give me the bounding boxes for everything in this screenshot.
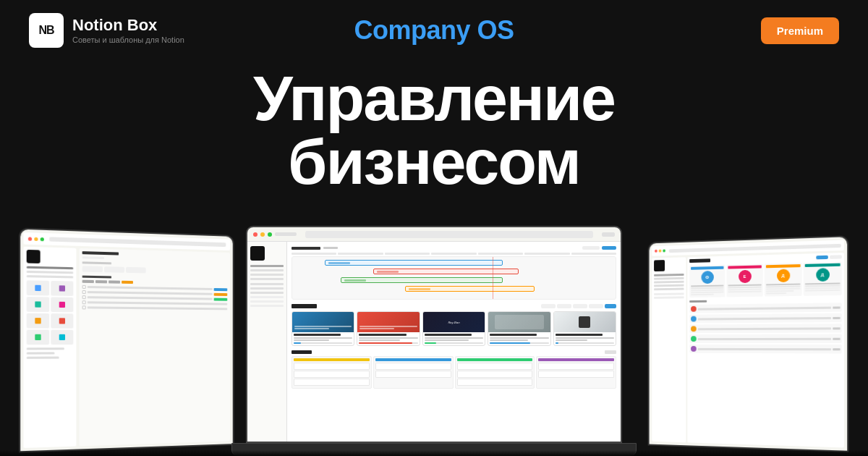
maximize-icon — [268, 232, 272, 237]
filter-chip[interactable] — [573, 304, 587, 308]
pipeline-card[interactable] — [538, 371, 614, 378]
sidebar-nav-item[interactable] — [250, 300, 284, 303]
sidebar-item[interactable] — [654, 284, 684, 287]
pipeline-card[interactable] — [294, 371, 370, 378]
nav-item-reports[interactable] — [51, 330, 73, 345]
nav-item-team[interactable] — [51, 297, 73, 313]
nav-item-projects[interactable] — [27, 297, 50, 312]
pipeline-card[interactable] — [375, 371, 451, 378]
task-checkbox[interactable] — [82, 305, 86, 309]
nav-item-expenses[interactable] — [51, 313, 73, 329]
pipeline-col-header — [538, 358, 614, 361]
breadcrumb-pill — [275, 232, 297, 236]
sidebar-nav-item[interactable] — [250, 296, 284, 298]
list-item[interactable] — [689, 303, 842, 313]
today-btn[interactable] — [602, 246, 616, 250]
header: NB Notion Box Советы и шаблоны для Notio… — [0, 0, 868, 61]
pipeline-card[interactable] — [375, 363, 451, 370]
nav-item-deals[interactable] — [27, 330, 50, 345]
laptop-content — [247, 242, 621, 442]
filter-btn[interactable] — [830, 255, 842, 259]
month-labels — [292, 253, 616, 255]
task-item — [691, 292, 723, 294]
pipeline-col-working — [536, 356, 616, 389]
pipeline-col-header — [457, 358, 533, 361]
nav-item-tasks[interactable] — [51, 281, 73, 296]
clients-view-toggle — [605, 350, 616, 354]
project-name — [425, 334, 472, 336]
logo-icon: NB — [29, 13, 64, 48]
sidebar-item[interactable] — [654, 281, 684, 284]
month-label — [571, 253, 616, 255]
project-card-rayban[interactable] — [422, 311, 485, 346]
project-card-clothes[interactable] — [357, 311, 420, 346]
url-bar[interactable] — [305, 231, 593, 238]
sidebar-item[interactable] — [654, 296, 684, 299]
list-item[interactable] — [689, 345, 842, 353]
schedule-list — [689, 303, 842, 353]
filter-chip[interactable] — [557, 304, 571, 308]
task-checkbox[interactable] — [82, 290, 86, 294]
app-logo — [250, 246, 265, 261]
task-checkbox[interactable] — [82, 300, 86, 304]
thumb-line — [359, 328, 394, 329]
sidebar-nav-item[interactable] — [250, 292, 284, 294]
timeline-title-area — [292, 247, 338, 250]
sidebar-item[interactable] — [654, 274, 684, 276]
sidebar-nav-item[interactable] — [250, 265, 284, 267]
nav-item-dashboard[interactable] — [27, 280, 50, 295]
list-item[interactable] — [689, 313, 842, 324]
sidebar-item[interactable] — [654, 277, 684, 280]
month-label — [385, 253, 430, 255]
sidebar-nav-item[interactable] — [250, 274, 284, 276]
filter-label — [109, 280, 120, 283]
view-btn[interactable] — [605, 350, 616, 354]
project-thumbnail — [423, 312, 485, 332]
pipeline-card[interactable] — [294, 379, 370, 386]
pipeline-card[interactable] — [294, 363, 370, 370]
pipeline-card[interactable] — [457, 371, 533, 378]
sidebar-nav-item[interactable] — [250, 287, 284, 290]
action-new-task[interactable] — [82, 266, 103, 272]
logo-subtitle: Советы и шаблоны для Notion — [72, 35, 184, 44]
left-screen-content — [20, 229, 232, 452]
share-btn[interactable] — [602, 232, 615, 237]
project-meta — [425, 339, 469, 341]
sidebar-nav-item[interactable] — [250, 283, 284, 285]
project-meta — [556, 339, 588, 341]
pipeline-card[interactable] — [457, 379, 533, 386]
project-card-levtrans[interactable] — [292, 311, 354, 346]
sidebar-nav-item[interactable] — [250, 278, 284, 280]
action-new-project[interactable] — [104, 266, 124, 273]
sidebar-nav-item[interactable] — [250, 305, 284, 307]
sidebar-nav-item[interactable] — [250, 269, 284, 271]
project-card-construction[interactable] — [488, 311, 550, 346]
task-checkbox[interactable] — [82, 295, 86, 299]
project-thumbnail — [488, 312, 550, 332]
pipeline-card[interactable] — [457, 363, 533, 370]
list-item[interactable] — [689, 334, 842, 343]
sidebar-item[interactable] — [654, 292, 684, 295]
action-new-deal[interactable] — [126, 267, 146, 274]
list-item[interactable] — [689, 324, 842, 333]
project-card-notionbox[interactable] — [553, 311, 616, 346]
new-project-btn[interactable] — [605, 304, 616, 308]
week-selector[interactable] — [582, 246, 600, 250]
nav-item-income[interactable] — [27, 313, 50, 329]
sidebar-item[interactable] — [654, 288, 684, 291]
project-meta — [294, 339, 329, 341]
dashboard-icon — [35, 285, 41, 291]
team-col-header — [728, 265, 762, 269]
project-meta — [490, 339, 528, 341]
project-name — [556, 334, 603, 336]
tasks-filters — [82, 280, 228, 286]
premium-badge[interactable]: Premium — [761, 17, 839, 44]
timeline-row-3 — [341, 277, 503, 283]
projects-icon — [35, 301, 41, 307]
task-text — [88, 301, 228, 305]
view-toggle[interactable] — [816, 256, 828, 260]
filter-chip[interactable] — [589, 304, 603, 308]
pipeline-card[interactable] — [538, 363, 614, 370]
task-checkbox[interactable] — [82, 285, 86, 289]
filter-chip[interactable] — [541, 304, 556, 308]
